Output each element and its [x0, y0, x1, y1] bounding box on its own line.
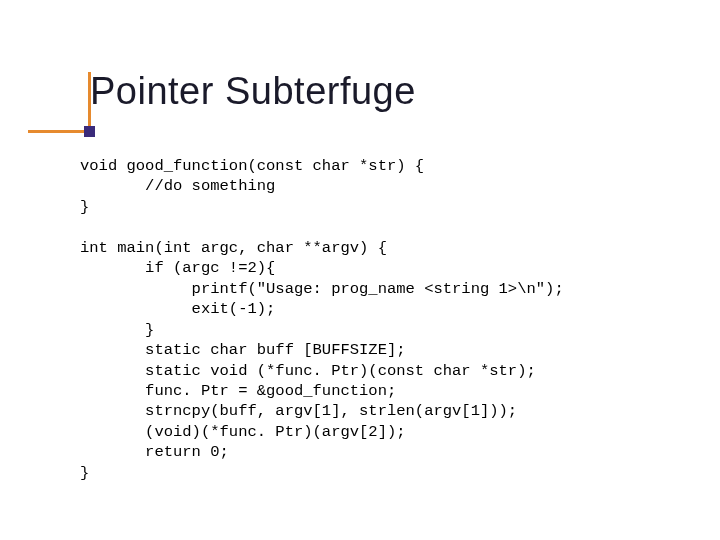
code-line: if (argc !=2){ [80, 259, 275, 277]
slide: Pointer Subterfuge void good_function(co… [0, 0, 720, 540]
code-line: int main(int argc, char **argv) { [80, 239, 387, 257]
code-line: exit(-1); [80, 300, 275, 318]
code-line: } [80, 464, 89, 482]
code-line: return 0; [80, 443, 229, 461]
code-line: void good_function(const char *str) { [80, 157, 424, 175]
code-block: void good_function(const char *str) { //… [80, 156, 564, 483]
code-line: } [80, 198, 89, 216]
decor-square [84, 126, 95, 137]
code-line: static void (*func. Ptr)(const char *str… [80, 362, 536, 380]
code-line: (void)(*func. Ptr)(argv[2]); [80, 423, 406, 441]
code-line: func. Ptr = &good_function; [80, 382, 396, 400]
code-line: strncpy(buff, argv[1], strlen(argv[1])); [80, 402, 517, 420]
decor-horizontal-line [28, 130, 88, 133]
title-decor [28, 120, 88, 144]
code-line: static char buff [BUFFSIZE]; [80, 341, 406, 359]
code-line: } [80, 321, 154, 339]
slide-title: Pointer Subterfuge [90, 70, 416, 113]
code-line: printf("Usage: prog_name <string 1>\n"); [80, 280, 564, 298]
code-line: //do something [80, 177, 275, 195]
